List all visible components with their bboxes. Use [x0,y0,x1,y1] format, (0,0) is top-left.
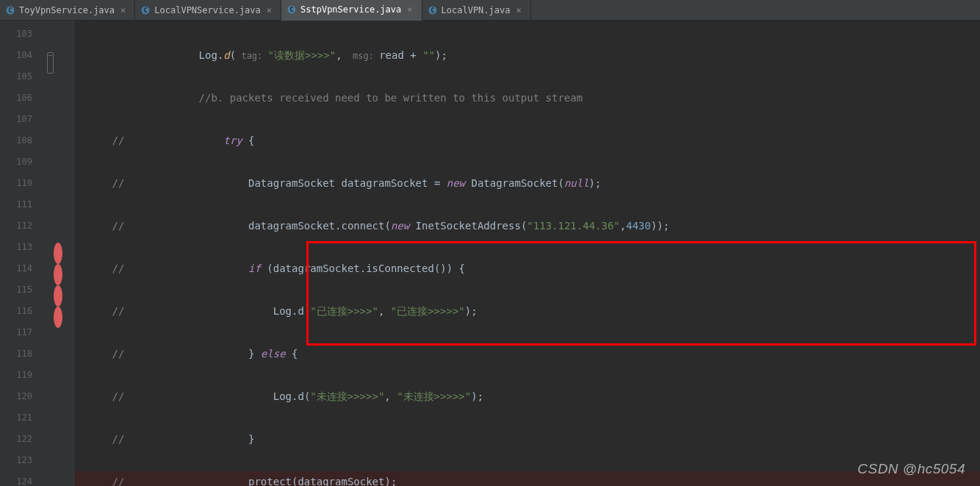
code-editor[interactable]: 1031041051061071081091101111121131141151… [0,21,980,486]
line-number: 122 [0,429,46,450]
marker-slot[interactable] [46,450,71,471]
marker-slot[interactable] [46,215,71,237]
line-number: 103 [0,24,46,45]
svg-text:C: C [290,7,294,13]
marker-slot[interactable] [46,471,71,486]
code-line: // try { [75,130,980,151]
line-number: 108 [0,130,46,151]
tab-sstpvpn[interactable]: C SstpVpnService.java × [281,0,422,21]
close-icon[interactable]: × [406,4,414,15]
line-number: 118 [0,343,46,365]
code-line: // Log.d("已连接>>>>", "已连接>>>>>"); [75,301,980,322]
java-class-icon: C [428,6,437,15]
code-line: // Log.d("未连接>>>>>", "未连接>>>>>"); [75,386,980,407]
marker-slot[interactable] [46,109,71,130]
tab-toyvpn[interactable]: C ToyVpnService.java × [0,0,135,20]
tab-localvpn[interactable]: C LocalVPN.java × [422,0,531,20]
code-line: // DatagramSocket datagramSocket = new D… [75,173,980,194]
code-line: Log.d( tag: "读数据>>>>", msg: read + ""); [75,45,980,66]
line-number: 104 [0,45,46,66]
code-line: // protect(datagramSocket); [75,471,980,486]
line-number: 106 [0,87,46,109]
svg-text:C: C [430,7,434,14]
line-number: 117 [0,322,46,343]
marker-slot[interactable] [46,365,71,386]
line-number: 116 [0,301,46,322]
marker-slot[interactable] [46,66,71,87]
line-number: 124 [0,471,46,486]
marker-slot[interactable] [46,151,71,173]
line-number-gutter: 1031041051061071081091101111121131141151… [0,21,46,486]
marker-slot[interactable] [46,429,71,450]
close-icon[interactable]: × [119,5,127,15]
line-number: 112 [0,215,46,237]
code-line: // datagramSocket.connect(new InetSocket… [75,215,980,237]
line-number: 111 [0,194,46,215]
marker-slot[interactable] [46,386,71,407]
line-number: 113 [0,237,46,258]
breakpoint-gutter[interactable] [46,21,71,486]
marker-slot[interactable] [46,130,71,151]
line-number: 121 [0,407,46,429]
line-number: 109 [0,151,46,173]
line-number: 107 [0,109,46,130]
tab-bar: C ToyVpnService.java × C LocalVPNService… [0,0,980,21]
code-line: //b. packets received need to be written… [75,87,980,109]
marker-slot[interactable] [46,279,71,301]
code-area[interactable]: Log.d( tag: "读数据>>>>", msg: read + ""); … [75,21,980,486]
marker-slot[interactable] [46,24,71,45]
line-number: 123 [0,450,46,471]
close-icon[interactable]: × [514,5,522,15]
code-line: // } [75,429,980,450]
code-line: // } else { [75,343,980,365]
marker-slot[interactable] [46,343,71,365]
tab-label: LocalVPNService.java [154,5,261,15]
marker-slot[interactable] [46,87,71,109]
tab-localvpnservice[interactable]: C LocalVPNService.java × [135,0,281,20]
code-line: // if (datagramSocket.isConnected()) { [75,258,980,279]
java-class-icon: C [6,6,15,15]
highlight-annotation [306,241,976,346]
close-icon[interactable]: × [265,5,273,15]
java-class-icon: C [141,6,150,15]
marker-slot[interactable] [46,45,71,66]
svg-text:C: C [144,7,148,14]
marker-slot[interactable] [46,407,71,429]
marker-slot[interactable] [46,194,71,215]
line-number: 120 [0,386,46,407]
line-number: 110 [0,173,46,194]
svg-text:C: C [9,7,12,14]
line-number: 119 [0,365,46,386]
line-number: 115 [0,279,46,301]
marker-slot[interactable] [46,173,71,194]
marker-slot[interactable] [46,301,71,322]
marker-slot[interactable] [46,258,71,279]
java-class-icon: C [287,5,296,14]
line-number: 105 [0,66,46,87]
tab-label: SstpVpnService.java [300,4,401,15]
marker-slot[interactable] [46,237,71,258]
marker-slot[interactable] [46,322,71,343]
tab-label: LocalVPN.java [442,5,511,15]
watermark: CSDN @hc5054 [857,461,965,477]
line-number: 114 [0,258,46,279]
tab-label: ToyVpnService.java [19,5,115,15]
